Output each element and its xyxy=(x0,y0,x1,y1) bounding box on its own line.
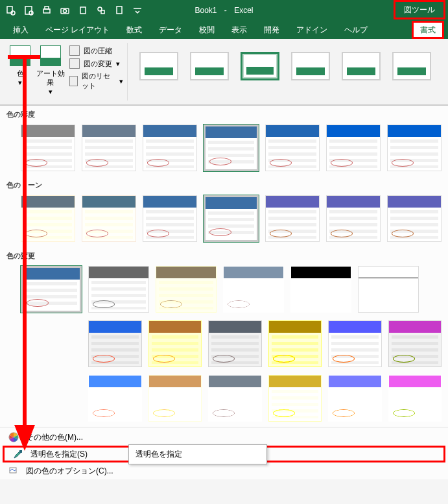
compress-icon xyxy=(69,45,80,56)
change-picture[interactable]: 図の変更 ▾ xyxy=(69,58,123,69)
recolor-thumb[interactable] xyxy=(268,320,322,367)
recolor-thumb[interactable] xyxy=(290,266,351,313)
recolor-row-3 xyxy=(0,372,448,427)
svg-rect-10 xyxy=(101,10,104,14)
picture-styles-gallery xyxy=(132,43,439,80)
picture-icon xyxy=(10,45,30,66)
tone-thumb[interactable] xyxy=(82,195,136,242)
qat-camera[interactable] xyxy=(57,3,73,18)
tone-thumb[interactable] xyxy=(21,195,75,242)
tone-row xyxy=(0,193,448,247)
picture-style-thumb[interactable] xyxy=(342,52,381,80)
saturation-thumb[interactable] xyxy=(143,125,197,171)
recolor-thumb[interactable] xyxy=(208,320,262,367)
saturation-thumb[interactable] xyxy=(326,125,381,171)
tab-data[interactable]: データ xyxy=(156,21,185,39)
tab-view[interactable]: 表示 xyxy=(229,21,250,39)
saturation-thumb[interactable] xyxy=(21,125,75,171)
titlebar: Book1 - Excel 図ツール xyxy=(0,0,448,21)
recolor-thumb[interactable] xyxy=(21,266,82,313)
recolor-row-2 xyxy=(0,318,448,372)
tab-developer[interactable]: 開発 xyxy=(261,21,282,39)
saturation-thumb[interactable] xyxy=(387,125,442,171)
reset-picture[interactable]: 図のリセット ▾ xyxy=(69,71,123,91)
tone-thumb[interactable] xyxy=(326,195,381,242)
tab-page-layout[interactable]: ページ レイアウト xyxy=(43,21,112,39)
ribbon-body: 色▾ アート効果▾ 図の圧縮 図の変更 ▾ 図のリセット ▾ xyxy=(0,39,448,105)
recolor-row-1 xyxy=(0,263,448,318)
svg-rect-14 xyxy=(19,450,22,453)
recolor-thumb[interactable] xyxy=(88,266,149,313)
svg-point-7 xyxy=(64,10,67,13)
quick-access-toolbar xyxy=(0,3,148,18)
recolor-thumb[interactable] xyxy=(388,320,442,367)
qat-shapes[interactable] xyxy=(93,3,109,18)
recolor-thumb[interactable] xyxy=(388,375,442,422)
picture-style-thumb[interactable] xyxy=(241,52,279,80)
tone-thumb[interactable] xyxy=(143,195,197,242)
set-transparent-label: 透明色を指定(S) xyxy=(30,449,88,460)
tone-thumb[interactable] xyxy=(204,195,259,242)
ribbon-tabs: 挿入 ページ レイアウト 数式 データ 校閲 表示 開発 アドイン ヘルプ 書式 xyxy=(0,21,448,39)
color-menu-footer: その他の色(M)... 透明色を指定(S) 図の色のオプション(C)... 透明… xyxy=(0,427,448,479)
recolor-thumb[interactable] xyxy=(328,375,382,422)
change-icon xyxy=(69,58,80,69)
eyedropper-icon xyxy=(12,448,24,460)
qat-new[interactable] xyxy=(21,3,36,18)
tab-formulas[interactable]: 数式 xyxy=(124,21,145,39)
tone-thumb[interactable] xyxy=(265,195,320,242)
svg-rect-8 xyxy=(80,7,86,14)
recolor-thumb[interactable] xyxy=(88,320,142,367)
recolor-thumb[interactable] xyxy=(88,375,142,422)
picture-style-thumb[interactable] xyxy=(190,52,229,80)
reset-icon xyxy=(69,76,78,86)
tone-thumb[interactable] xyxy=(387,195,442,242)
tab-format[interactable]: 書式 xyxy=(412,21,444,39)
doc-name: Book1 xyxy=(192,6,219,15)
qat-quick-print[interactable] xyxy=(39,3,54,18)
saturation-section-title: 色の彩度 xyxy=(0,106,448,122)
app-name: Excel xyxy=(231,6,255,15)
qat-more[interactable] xyxy=(130,3,145,18)
more-colors-menuitem[interactable]: その他の色(M)... xyxy=(0,429,448,446)
recolor-thumb[interactable] xyxy=(208,375,262,422)
color-wheel-icon xyxy=(8,431,19,443)
tab-insert[interactable]: 挿入 xyxy=(10,21,31,39)
picture-style-thumb[interactable] xyxy=(392,52,431,80)
svg-rect-4 xyxy=(43,9,50,13)
more-colors-label: その他の色(M)... xyxy=(26,432,83,443)
qat-print-preview[interactable] xyxy=(3,3,18,18)
tab-addins[interactable]: アドイン xyxy=(294,21,330,39)
recolor-thumb[interactable] xyxy=(268,375,322,422)
artistic-effects-button[interactable]: アート効果▾ xyxy=(36,43,65,101)
picture-style-thumb[interactable] xyxy=(139,52,178,80)
qat-paste[interactable] xyxy=(75,3,91,18)
picture-icon xyxy=(40,45,61,66)
ribbon-group-adjust: 色▾ アート効果▾ 図の圧縮 図の変更 ▾ 図のリセット ▾ xyxy=(5,43,128,101)
tab-help[interactable]: ヘルプ xyxy=(342,21,370,39)
color-button[interactable]: 色▾ xyxy=(9,43,32,101)
tab-review[interactable]: 校閲 xyxy=(196,21,217,39)
picture-color-options-menuitem[interactable]: 図の色のオプション(C)... xyxy=(0,462,448,479)
picture-style-thumb[interactable] xyxy=(291,52,330,80)
recolor-thumb[interactable] xyxy=(223,266,284,313)
recolor-thumb[interactable] xyxy=(358,266,419,313)
color-options-label: 図の色のオプション(C)... xyxy=(26,466,113,477)
recolor-thumb[interactable] xyxy=(148,375,202,422)
svg-rect-11 xyxy=(117,6,122,14)
options-icon xyxy=(8,465,19,477)
saturation-thumb[interactable] xyxy=(204,125,259,171)
tone-section-title: 色のトーン xyxy=(0,176,448,193)
saturation-thumb[interactable] xyxy=(82,125,136,171)
recolor-thumb[interactable] xyxy=(156,266,217,313)
compress-pictures[interactable]: 図の圧縮 xyxy=(69,45,123,56)
recolor-thumb[interactable] xyxy=(328,320,382,367)
qat-blank[interactable] xyxy=(112,3,127,18)
recolor-thumb[interactable] xyxy=(148,320,202,367)
recolor-section-title: 色の変更 xyxy=(0,247,448,263)
svg-rect-5 xyxy=(45,6,49,9)
tooltip: 透明色を指定 xyxy=(128,444,267,464)
saturation-row xyxy=(0,122,448,176)
svg-rect-2 xyxy=(25,6,32,14)
saturation-thumb[interactable] xyxy=(265,125,320,171)
